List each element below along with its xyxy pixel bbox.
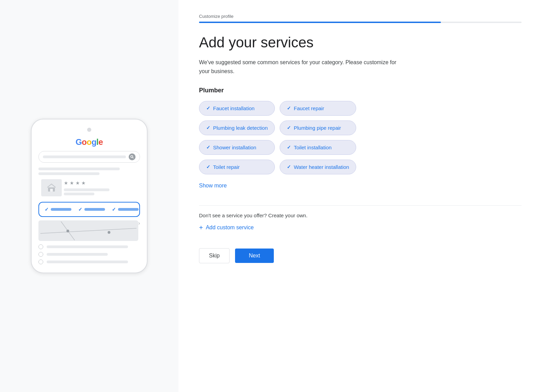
selected-services-box: ✓ ✓ ✓ (38, 202, 140, 217)
chip-check-icon: ✓ (287, 105, 291, 111)
service-chip-plumbing-pipe-repair[interactable]: ✓ Plumbing pipe repair (280, 120, 356, 135)
show-more-link[interactable]: Show more (199, 183, 227, 189)
chip-check-icon: ✓ (206, 145, 210, 150)
service-chip-toilet-installation[interactable]: ✓ Toilet installation (280, 140, 356, 155)
progress-label: Customize profile (199, 14, 522, 19)
chip-label: Shower installation (213, 145, 256, 150)
phone-content-lines: ★ ★ ★ ★ (38, 168, 140, 198)
check-item-1: ✓ (45, 207, 71, 212)
button-row: Skip Next (199, 248, 522, 263)
phone-top (38, 128, 140, 132)
svg-point-7 (108, 231, 110, 234)
check-item-2: ✓ (78, 207, 105, 212)
next-button[interactable]: Next (235, 249, 274, 263)
phone-bottom-lines (38, 244, 140, 264)
chip-check-icon: ✓ (287, 145, 291, 150)
service-chip-faucet-installation[interactable]: ✓ Faucet installation (199, 101, 275, 116)
chip-label: Plumbing leak detection (213, 125, 268, 131)
phone-icon (38, 252, 43, 257)
chip-check-icon: ✓ (206, 125, 210, 130)
progress-bar-fill (199, 22, 441, 23)
chip-check-icon: ✓ (206, 164, 210, 170)
custom-service-prompt: Don't see a service you offer? Create yo… (199, 212, 522, 218)
map-area (38, 220, 138, 241)
chip-check-icon: ✓ (206, 105, 210, 111)
google-logo: G o o g l e (38, 137, 140, 147)
chip-label: Faucet repair (294, 105, 324, 111)
divider (199, 205, 522, 206)
service-chip-toilet-repair[interactable]: ✓ Toilet repair (199, 160, 275, 174)
service-chip-shower-installation[interactable]: ✓ Shower installation (199, 140, 275, 155)
chip-label: Plumbing pipe repair (294, 125, 341, 131)
service-chip-water-heater-installation[interactable]: ✓ Water heater installation (280, 160, 356, 174)
progress-section: Customize profile (199, 14, 522, 23)
chip-label: Toilet installation (294, 145, 331, 150)
svg-point-0 (131, 155, 133, 158)
plus-icon: + (199, 224, 203, 232)
search-icon (129, 153, 136, 160)
service-chip-plumbing-leak-detection[interactable]: ✓ Plumbing leak detection (199, 120, 275, 135)
svg-line-1 (133, 158, 134, 159)
svg-rect-3 (50, 189, 53, 192)
services-grid: ✓ Faucet installation ✓ Faucet repair ✓ … (199, 101, 522, 174)
phone-search-bar (38, 151, 140, 163)
add-custom-service-button[interactable]: + Add custom service (199, 224, 522, 232)
chip-label: Faucet installation (213, 105, 255, 111)
phone-camera (87, 128, 91, 132)
chip-label: Water heater installation (294, 164, 349, 170)
svg-line-4 (40, 228, 137, 233)
page-description: We've suggested some common services for… (199, 58, 405, 76)
add-custom-label: Add custom service (206, 224, 254, 231)
svg-point-6 (67, 230, 69, 232)
chevron-right-icon: › (138, 220, 140, 226)
right-panel: Customize profile Add your services We'v… (178, 0, 549, 392)
phone-mockup: G o o g l e (31, 119, 148, 273)
chip-check-icon: ✓ (287, 164, 291, 170)
skip-button[interactable]: Skip (199, 248, 230, 263)
check-item-3: ✓ (112, 207, 139, 212)
page-title: Add your services (199, 34, 522, 51)
chip-label: Toilet repair (213, 164, 240, 170)
phone-mockup-panel: G o o g l e (0, 0, 178, 392)
search-bar-line (43, 155, 126, 158)
chip-check-icon: ✓ (287, 125, 291, 130)
store-thumbnail (41, 179, 62, 196)
globe-icon (38, 260, 43, 264)
category-label: Plumber (199, 87, 522, 94)
stars-row: ★ ★ ★ ★ (64, 180, 140, 186)
service-chip-faucet-repair[interactable]: ✓ Faucet repair (280, 101, 356, 116)
clock-icon (38, 244, 43, 249)
progress-bar-container (199, 22, 522, 23)
